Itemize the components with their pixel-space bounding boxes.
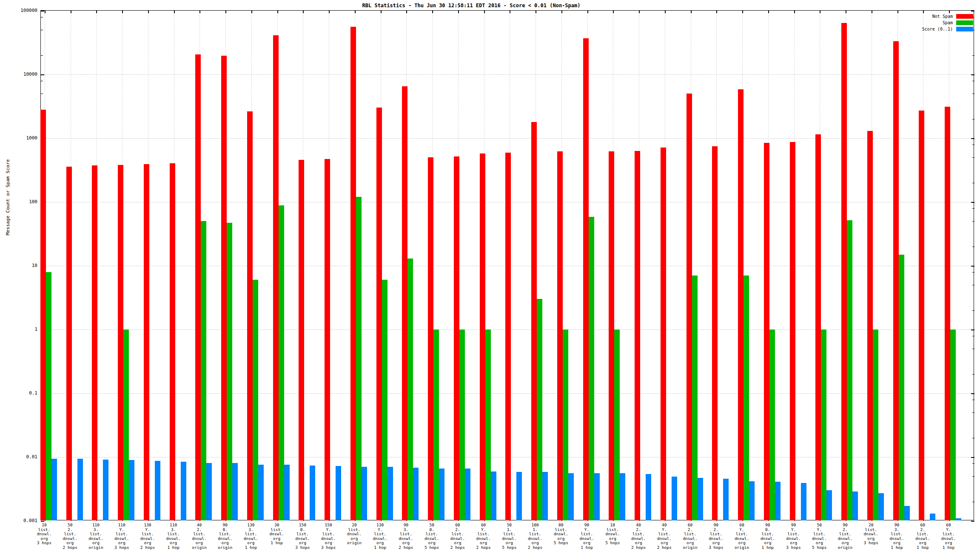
x-category-label: 60 Y. list. dnswl. org 2 hops	[476, 523, 490, 550]
y-minor-tick	[972, 310, 974, 311]
y-minor-tick	[972, 412, 974, 413]
y-tick-label: 10	[0, 263, 37, 268]
bar-not-spam	[118, 165, 123, 520]
bar-spam	[123, 329, 129, 520]
y-major-tick	[41, 74, 44, 75]
x-tick	[251, 11, 252, 13]
y-minor-tick	[972, 349, 974, 349]
bar-score-0-1	[439, 469, 444, 520]
legend-label: Spam	[943, 20, 953, 25]
legend-label: Score (0..1)	[922, 27, 953, 31]
y-minor-tick	[972, 374, 974, 375]
x-category-label: 50 1. list. dnswl. org 5 hops	[502, 523, 516, 550]
bar-score-0-1	[646, 474, 651, 520]
bar-score-0-1	[413, 468, 419, 520]
y-major-tick	[971, 329, 974, 330]
x-category-label: 90 Y. list. dnswl. org 3 hops	[786, 523, 801, 550]
y-tick-label: 100	[0, 199, 37, 204]
x-category-label: 90 2. list. dnswl. org 3 hops	[709, 523, 723, 550]
x-tick	[225, 11, 226, 13]
x-tick	[277, 11, 278, 13]
y-major-tick	[971, 393, 974, 394]
y-minor-tick	[41, 17, 43, 17]
bar-not-spam	[221, 56, 227, 520]
x-tick	[613, 11, 614, 13]
x-category-label: 40 Y. list. dnswl. org 2 hops	[657, 523, 672, 550]
x-tick	[406, 11, 407, 13]
x-tick	[639, 11, 640, 13]
y-minor-tick	[972, 145, 974, 145]
bar-score-0-1	[103, 460, 108, 520]
x-category-label: 60 2. list. dnswl. org 2 hops	[450, 523, 465, 550]
x-category-label: 50 2. list. dnswl. org 2 hops	[63, 523, 77, 550]
y-tick-label: 0.1	[0, 390, 37, 396]
bar-score-0-1	[956, 518, 961, 520]
bar-spam	[407, 258, 413, 520]
y-major-tick	[971, 202, 974, 203]
bar-not-spam	[480, 153, 485, 520]
bar-not-spam	[764, 143, 769, 520]
x-category-label: 130 3. list. dnswl. org 1 hop	[244, 523, 258, 550]
x-tick	[846, 11, 846, 13]
bar-score-0-1	[542, 472, 548, 520]
x-category-label: 60 Y. list. dnswl. org origin	[735, 523, 749, 550]
bar-score-0-1	[491, 471, 496, 520]
bar-score-0-1	[904, 506, 910, 520]
x-tick	[716, 11, 717, 13]
bar-score-0-1	[206, 463, 212, 520]
x-tick	[897, 11, 898, 13]
bar-score-0-1	[852, 491, 858, 520]
x-tick	[329, 11, 330, 13]
x-tick	[148, 11, 149, 13]
bar-spam	[201, 221, 206, 520]
bar-not-spam	[40, 110, 46, 520]
plot-area	[40, 10, 974, 520]
bar-not-spam	[635, 151, 640, 520]
y-minor-tick	[972, 463, 974, 464]
bar-score-0-1	[775, 482, 781, 520]
bar-score-0-1	[698, 478, 703, 520]
y-minor-tick	[972, 272, 974, 273]
y-tick-label: 1	[0, 327, 37, 332]
x-category-label: 130 Y. list. dnswl. org 1 hop	[373, 523, 387, 550]
bar-spam	[950, 329, 956, 520]
bar-score-0-1	[749, 481, 755, 520]
y-major-tick	[41, 521, 44, 522]
x-tick	[561, 11, 562, 13]
x-tick	[381, 11, 382, 13]
legend-swatch	[956, 14, 973, 19]
bar-not-spam	[273, 35, 279, 520]
x-category-label: 150 Y. list. dnswl. org 3 hops	[321, 523, 336, 550]
x-category-label: 90 3. list. dnswl. org 1 hop	[889, 523, 904, 550]
bar-spam	[356, 197, 362, 520]
rbl-statistics-chart: RBL Statistics - Thu Jun 30 12:58:11 EDT…	[0, 0, 980, 551]
bar-score-0-1	[258, 465, 264, 520]
legend-row: Score (0..1)	[922, 26, 973, 32]
bar-score-0-1	[181, 462, 186, 520]
x-tick	[199, 11, 200, 13]
x-tick	[768, 11, 769, 13]
x-category-label: 110 3. list. dnswl. org origin	[88, 523, 103, 550]
legend-swatch	[956, 27, 973, 31]
x-tick	[174, 11, 175, 13]
bar-not-spam	[557, 151, 563, 520]
bar-score-0-1	[465, 469, 470, 520]
bar-score-0-1	[129, 460, 134, 520]
x-tick	[355, 11, 356, 13]
x-category-label: 110 3. list. dnswl. org 1 hop	[166, 523, 181, 550]
bar-not-spam	[505, 153, 511, 520]
bar-score-0-1	[362, 467, 367, 520]
bar-not-spam	[867, 131, 873, 520]
x-tick	[872, 11, 872, 13]
bar-not-spam	[92, 165, 97, 520]
x-category-label: 90 2. list. dnswl. org origin	[838, 523, 852, 550]
x-category-label: 90 Y. list. dnswl. org 1 hop	[579, 523, 594, 550]
x-tick	[303, 11, 304, 13]
bar-spam	[769, 329, 775, 520]
bar-spam	[46, 272, 51, 520]
bar-not-spam	[945, 107, 950, 520]
x-category-label: 60 2. list. dnswl. org origin	[683, 523, 697, 550]
x-tick	[432, 11, 433, 13]
bar-spam	[873, 329, 878, 520]
x-tick	[691, 11, 692, 13]
